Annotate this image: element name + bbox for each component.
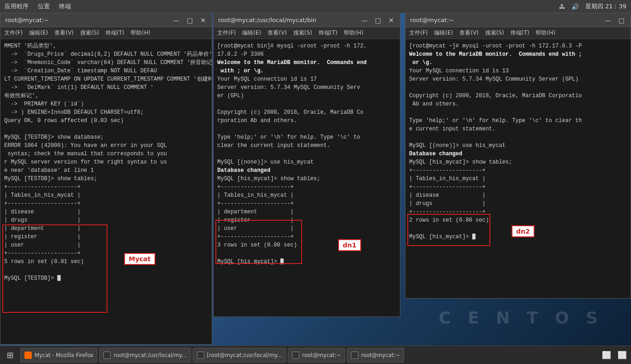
terminal-2-title: root@mycat:/usr/local/mycat/bin [218,17,316,23]
apps-menu[interactable]: 应用程序 [5,2,29,11]
firefox-label: Mycat - Mozilla Firefox [35,352,93,358]
terminal-1-menubar: 文件(F) 编辑(E) 查看(V) 搜索(S) 终端(T) 帮助(H) [0,27,212,39]
menu-view-2[interactable]: 查看(V) [268,29,287,37]
taskbar-term4[interactable]: root@mycat:~ [347,348,404,363]
terminal-2-maximize[interactable]: □ [374,17,382,24]
terminal-1-titlebar: root@mycat:~ — □ ✕ [0,13,212,27]
menu-search-3[interactable]: 搜索(S) [485,29,504,37]
terminal-1-close[interactable]: ✕ [199,17,207,24]
terminal-menu[interactable]: 终端 [59,2,71,11]
terminal-3-maximize[interactable]: □ [617,17,626,24]
annotation-box-dn2-table [407,214,490,246]
network-icon: 🖧 [559,3,565,10]
volume-icon: 🔊 [571,3,579,10]
terminal-1-maximize[interactable]: □ [185,17,194,24]
term1-label: root@mycat:/usr/local/my... [113,352,186,358]
terminal-2-content[interactable]: [root@mycat bin]# mysql -uroot -proot -h… [214,39,400,317]
menu-help-2[interactable]: 帮助(H) [344,29,363,37]
terminal-icon-3 [292,352,299,359]
menu-edit-1[interactable]: 编辑(E) [29,29,48,37]
menu-help-3[interactable]: 帮助(H) [536,29,555,37]
taskbar-firefox[interactable]: Mycat - Mozilla Firefox [20,348,97,363]
menu-file-1[interactable]: 文件(F) [4,29,23,37]
terminal-2-buttons: — □ ✕ [360,17,395,24]
term3-label: root@mycat:~ [302,352,341,358]
menu-terminal-3[interactable]: 终端(T) [511,29,530,37]
menu-view-1[interactable]: 查看(V) [54,29,74,37]
locations-menu[interactable]: 位置 [38,2,50,11]
annotation-label-dn1: dn1 [338,239,361,251]
desktop: C E N T O S root@mycat:~ — □ ✕ 文件(F) 编辑(… [0,13,631,350]
annotation-label-dn2: dn2 [512,225,535,237]
terminal-2-close[interactable]: ✕ [387,17,395,24]
menu-terminal-1[interactable]: 终端(T) [106,29,125,37]
terminal-icon-2 [197,352,204,359]
menu-terminal-2[interactable]: 终端(T) [319,29,338,37]
terminal-1-buttons: — □ ✕ [172,17,207,24]
terminal-3-titlebar: root@mycat:~ — □ [405,13,631,27]
menu-file-3[interactable]: 文件(F) [409,29,428,37]
terminal-2: root@mycat:/usr/local/mycat/bin — □ ✕ 文件… [213,13,400,317]
menu-edit-3[interactable]: 编辑(E) [434,29,453,37]
centos-watermark: C E N T O S [439,308,603,327]
taskbar-term1[interactable]: root@mycat:/usr/local/my... [99,348,190,363]
show-desktop-button[interactable]: ⊞ [2,348,18,363]
menu-search-2[interactable]: 搜索(S) [293,29,312,37]
menu-edit-2[interactable]: 编辑(E) [242,29,261,37]
terminal-icon-4 [351,352,358,359]
taskbar-right: ⬜ ⬜ [600,348,629,363]
taskbar-term3[interactable]: root@mycat:~ [288,348,345,363]
firefox-icon [24,352,32,359]
terminal-3-buttons: — □ [603,17,626,24]
terminal-3: root@mycat:~ — □ 文件(F) 编辑(E) 查看(V) 搜索(S)… [405,13,631,299]
terminal-3-content[interactable]: [root@mycat ~]# mysql -uroot -proot -h 1… [405,39,631,298]
window-btn-1[interactable]: ⬜ [600,348,613,363]
annotation-box-dn1-table [215,220,302,264]
annotation-box-mycat [2,224,107,313]
system-bar: 应用程序 位置 终端 🖧 🔊 星期四 21：39 [0,0,631,13]
taskbar: ⊞ Mycat - Mozilla Firefox root@mycat:/us… [0,346,631,364]
system-bar-left: 应用程序 位置 终端 [5,2,71,11]
term2-label: [root@mycat:/usr/local/my... [207,352,282,358]
terminal-2-titlebar: root@mycat:/usr/local/mycat/bin — □ ✕ [214,13,400,27]
terminal-3-minimize[interactable]: — [603,17,613,24]
terminal-icon-1 [103,352,111,359]
terminal-1-minimize[interactable]: — [172,17,181,24]
annotation-label-mycat: Mycat [124,253,155,265]
datetime: 星期四 21：39 [585,2,626,11]
terminal-2-minimize[interactable]: — [360,17,369,24]
window-btn-2[interactable]: ⬜ [615,348,629,363]
terminal-3-title: root@mycat:~ [410,17,454,23]
terminal-1-title: root@mycat:~ [5,17,49,23]
menu-file-2[interactable]: 文件(F) [217,29,236,37]
menu-search-1[interactable]: 搜索(S) [80,29,99,37]
terminal-1: root@mycat:~ — □ ✕ 文件(F) 编辑(E) 查看(V) 搜索(… [0,13,212,345]
menu-help-1[interactable]: 帮助(H) [131,29,150,37]
menu-view-3[interactable]: 查看(V) [459,29,479,37]
term4-label: root@mycat:~ [361,352,400,358]
taskbar-term2[interactable]: [root@mycat:/usr/local/my... [193,348,286,363]
terminal-2-menubar: 文件(F) 编辑(E) 查看(V) 搜索(S) 终端(T) 帮助(H) [214,27,400,39]
terminal-3-menubar: 文件(F) 编辑(E) 查看(V) 搜索(S) 终端(T) 帮助(H) [405,27,631,39]
system-bar-right: 🖧 🔊 星期四 21：39 [559,2,626,11]
